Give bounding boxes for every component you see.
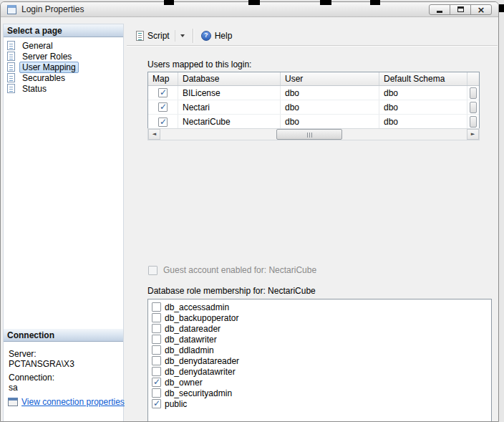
view-connection-properties-link[interactable]: View connection properties — [21, 397, 125, 407]
role-item[interactable]: db_denydatawriter — [150, 366, 491, 377]
role-label: db_backupoperator — [165, 313, 238, 323]
login-properties-dialog: Login Properties × Select a page General… — [0, 1, 499, 422]
table-row[interactable]: BILicense dbo dbo — [148, 86, 479, 100]
user-cell[interactable]: dbo — [281, 115, 379, 129]
stub-cell — [467, 100, 479, 114]
role-item[interactable]: db_securityadmin — [150, 388, 491, 398]
toolbar: Script ? Help — [127, 26, 498, 46]
sidebar-item-label: User Mapping — [19, 62, 79, 73]
role-checkbox[interactable] — [152, 388, 161, 398]
guest-account-label: Guest account enabled for: NectariCube — [163, 265, 316, 275]
scroll-left-icon: ◄ — [152, 132, 156, 137]
default-schema-cell[interactable]: dbo — [379, 100, 467, 114]
sidebar-item-label: General — [19, 40, 56, 52]
column-header-database: Database — [178, 72, 281, 85]
window-controls: × — [430, 4, 492, 15]
scrollbar-thumb[interactable] — [276, 129, 342, 140]
sidebar-item-status[interactable]: Status — [4, 83, 123, 94]
role-label: db_owner — [165, 378, 203, 388]
page-list: General Server Roles User Mapping Secura… — [4, 37, 123, 94]
role-item[interactable]: db_denydatareader — [150, 355, 491, 366]
sidebar-item-general[interactable]: General — [4, 40, 123, 51]
role-checkbox[interactable] — [152, 345, 161, 355]
scroll-left-button[interactable]: ◄ — [148, 129, 160, 140]
sidebar-item-label: Status — [19, 83, 49, 95]
role-checkbox[interactable] — [152, 302, 161, 312]
role-label: db_datareader — [165, 324, 220, 334]
database-cell: Nectari — [178, 100, 281, 114]
database-cell: BILicense — [178, 86, 281, 100]
default-schema-cell[interactable]: dbo — [379, 115, 467, 129]
map-checkbox[interactable] — [158, 118, 168, 127]
schema-browse-button[interactable] — [470, 87, 477, 99]
role-label: db_accessadmin — [165, 302, 229, 312]
sidebar-item-label: Server Roles — [19, 51, 74, 62]
scroll-right-icon: ► — [471, 132, 475, 137]
sidebar-item-securables[interactable]: Securables — [4, 72, 123, 83]
user-mapping-table: Map Database User Default Schema BILicen… — [147, 72, 480, 130]
role-checkbox[interactable] — [152, 356, 161, 365]
scrollbar-track[interactable] — [160, 129, 467, 140]
page-icon — [7, 62, 15, 72]
horizontal-scrollbar[interactable]: ◄ ► — [147, 128, 480, 140]
users-mapped-label: Users mapped to this login: — [147, 59, 251, 69]
sidebar-header: Select a page — [4, 24, 123, 37]
default-schema-cell[interactable]: dbo — [379, 86, 467, 100]
window-title: Login Properties — [21, 4, 84, 14]
minimize-icon — [437, 11, 442, 13]
maximize-button[interactable] — [450, 4, 471, 15]
role-item[interactable]: db_datawriter — [150, 334, 491, 345]
script-dropdown-arrow-icon[interactable] — [180, 34, 185, 37]
script-button-label: Script — [147, 31, 170, 41]
database-cell: NectariCube — [178, 115, 281, 129]
role-item[interactable]: db_ddladmin — [150, 345, 491, 355]
role-item[interactable]: public — [150, 398, 491, 409]
close-button[interactable]: × — [470, 4, 492, 15]
server-label: Server: — [9, 349, 37, 359]
schema-browse-button[interactable] — [470, 116, 477, 128]
schema-browse-button[interactable] — [470, 102, 477, 113]
guest-account-checkbox — [148, 266, 158, 275]
role-membership-list[interactable]: db_accessadmin db_backupoperator db_data… — [147, 299, 492, 422]
guest-account-row: Guest account enabled for: NectariCube — [148, 265, 316, 275]
role-checkbox[interactable] — [152, 335, 161, 344]
script-split-divider — [175, 30, 175, 42]
map-checkbox[interactable] — [158, 102, 168, 112]
connection-properties-icon — [8, 398, 18, 406]
column-header-user: User — [281, 72, 379, 85]
column-header-stub — [467, 72, 479, 85]
role-checkbox[interactable] — [152, 399, 161, 408]
map-cell — [148, 115, 178, 129]
column-header-default-schema: Default Schema — [379, 72, 467, 85]
script-button[interactable]: Script — [132, 28, 189, 44]
map-cell — [148, 86, 178, 100]
help-button-label: Help — [215, 31, 233, 41]
scroll-right-button[interactable]: ► — [467, 129, 479, 140]
connection-value: sa — [9, 383, 18, 393]
role-checkbox[interactable] — [152, 367, 161, 376]
map-checkbox[interactable] — [158, 88, 168, 97]
background-fragment — [164, 0, 174, 5]
page-icon — [7, 84, 15, 93]
background-fragment — [248, 0, 260, 5]
minimize-button[interactable] — [429, 4, 450, 15]
table-row[interactable]: NectariCube dbo dbo — [148, 115, 479, 129]
role-item[interactable]: db_datareader — [150, 323, 491, 334]
role-checkbox[interactable] — [152, 378, 161, 387]
table-row[interactable]: Nectari dbo dbo — [148, 100, 479, 115]
role-item[interactable]: db_owner — [150, 377, 491, 388]
background-fragment — [320, 0, 331, 5]
user-cell[interactable]: dbo — [281, 100, 379, 114]
role-checkbox[interactable] — [152, 324, 161, 333]
role-checkbox[interactable] — [152, 313, 161, 322]
role-item[interactable]: db_backupoperator — [150, 312, 491, 323]
help-button[interactable]: ? Help — [197, 28, 237, 44]
stub-cell — [467, 115, 479, 129]
sidebar-item-user-mapping[interactable]: User Mapping — [4, 62, 123, 72]
sidebar-item-server-roles[interactable]: Server Roles — [4, 51, 123, 62]
script-icon — [136, 31, 144, 41]
user-cell[interactable]: dbo — [281, 86, 379, 100]
server-value: PCTANSGRA\X3 — [9, 359, 74, 369]
view-connection-properties[interactable]: View connection properties — [8, 397, 125, 407]
role-item[interactable]: db_accessadmin — [150, 302, 491, 312]
